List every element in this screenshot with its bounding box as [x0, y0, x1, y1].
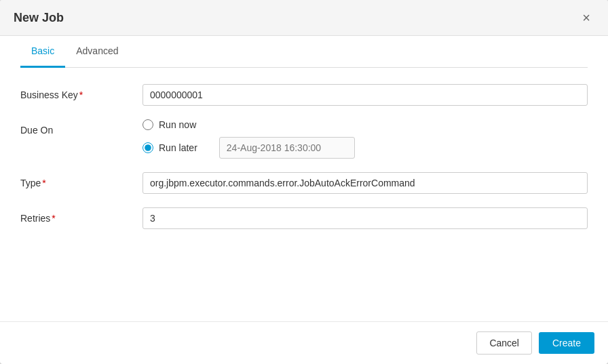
due-on-row: Due On Run now Run later	[20, 119, 588, 159]
tab-bar: Basic Advanced	[20, 36, 588, 68]
datetime-input[interactable]	[219, 137, 355, 159]
type-row: Type*	[20, 172, 588, 194]
retries-required-indicator: *	[52, 213, 55, 224]
dialog-body: Basic Advanced Business Key* Due On Run …	[0, 36, 608, 321]
due-on-label: Due On	[20, 119, 142, 136]
dialog-footer: Cancel Create	[0, 321, 608, 364]
tab-advanced[interactable]: Advanced	[65, 36, 129, 68]
run-later-radio[interactable]	[142, 142, 153, 153]
type-required-indicator: *	[42, 178, 45, 188]
retries-row: Retries*	[20, 207, 588, 229]
run-now-label: Run now	[159, 119, 196, 130]
tab-basic[interactable]: Basic	[20, 36, 65, 68]
run-later-row: Run later	[142, 137, 588, 159]
create-button[interactable]: Create	[539, 332, 594, 354]
close-button[interactable]: ×	[578, 9, 594, 26]
type-input[interactable]	[142, 172, 588, 194]
dialog-title: New Job	[14, 11, 64, 25]
cancel-button[interactable]: Cancel	[476, 331, 532, 355]
retries-label: Retries*	[20, 207, 142, 224]
run-now-radio[interactable]	[142, 119, 153, 130]
due-on-field: Run now Run later	[142, 119, 588, 159]
run-later-label: Run later	[159, 142, 197, 153]
dialog-header: New Job ×	[0, 0, 608, 36]
business-key-input[interactable]	[142, 84, 588, 106]
business-key-label: Business Key*	[20, 84, 142, 100]
required-indicator: *	[79, 89, 83, 100]
retries-input[interactable]	[142, 207, 588, 229]
run-now-row: Run now	[142, 119, 588, 130]
new-job-dialog: New Job × Basic Advanced Business Key* D…	[0, 0, 608, 364]
business-key-row: Business Key*	[20, 84, 588, 106]
type-label: Type*	[20, 172, 142, 188]
